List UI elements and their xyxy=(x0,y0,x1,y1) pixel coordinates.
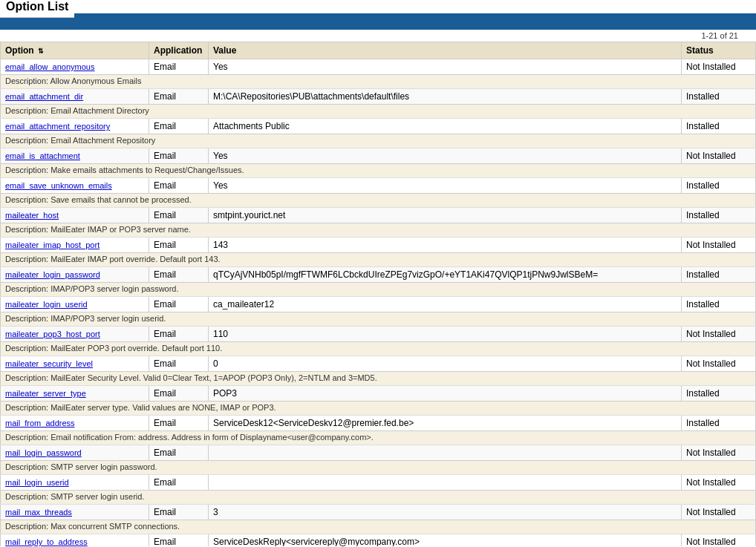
option-cell: maileater_host xyxy=(1,208,149,223)
option-link[interactable]: email_allow_anonymous xyxy=(5,62,94,71)
status-cell: Not Installed xyxy=(682,59,756,75)
table-row: mail_login_useridEmailNot Installed xyxy=(1,475,756,491)
status-cell: Installed xyxy=(682,89,756,105)
option-cell: email_allow_anonymous xyxy=(1,59,149,75)
description-cell: Description: MailEater Security Level. V… xyxy=(1,372,756,386)
page-title: Option List xyxy=(0,0,74,18)
table-row: maileater_hostEmailsmtpint.yourict.netIn… xyxy=(1,208,756,223)
option-link[interactable]: email_is_attachment xyxy=(5,151,80,160)
option-cell: email_save_unknown_emails xyxy=(1,178,149,194)
option-link[interactable]: mail_reply_to_address xyxy=(5,537,88,546)
application-cell: Email xyxy=(149,356,209,372)
application-cell: Email xyxy=(149,327,209,342)
status-cell: Installed xyxy=(682,178,756,194)
description-cell: Description: MailEater IMAP or POP3 serv… xyxy=(1,223,756,238)
option-link[interactable]: email_attachment_repository xyxy=(5,122,110,131)
option-cell: mail_from_address xyxy=(1,416,149,431)
table-row: maileater_imap_host_portEmail143Not Inst… xyxy=(1,238,756,253)
application-cell: Email xyxy=(149,416,209,431)
description-row: Description: Save emails that cannot be … xyxy=(1,194,756,208)
option-cell: maileater_login_userid xyxy=(1,297,149,312)
value-cell: POP3 xyxy=(209,386,682,402)
option-link[interactable]: email_attachment_dir xyxy=(5,92,83,101)
application-cell: Email xyxy=(149,178,209,194)
table-row: maileater_login_useridEmailca_maileater1… xyxy=(1,297,756,312)
option-link[interactable]: mail_login_userid xyxy=(5,478,69,487)
application-cell: Email xyxy=(149,89,209,105)
description-cell: Description: Email Attachment Repository xyxy=(1,134,756,148)
description-row: Description: Email Attachment Repository xyxy=(1,134,756,148)
value-cell: ServiceDeskReply<servicereply@mycompany.… xyxy=(209,534,682,547)
table-row: mail_max_threadsEmail3Not Installed xyxy=(1,505,756,520)
value-cell: 0 xyxy=(209,356,682,372)
option-link[interactable]: maileater_imap_host_port xyxy=(5,240,100,249)
status-cell: Not Installed xyxy=(682,475,756,491)
option-cell: mail_login_password xyxy=(1,445,149,461)
application-cell: Email xyxy=(149,119,209,134)
option-link[interactable]: maileater_host xyxy=(5,211,59,220)
option-link[interactable]: email_save_unknown_emails xyxy=(5,181,112,190)
value-cell: Yes xyxy=(209,178,682,194)
option-cell: email_attachment_repository xyxy=(1,119,149,134)
value-cell: M:\CA\Repositories\PUB\attachments\defau… xyxy=(209,89,682,105)
description-row: Description: Make emails attachments to … xyxy=(1,164,756,178)
option-cell: mail_login_userid xyxy=(1,475,149,491)
status-cell: Installed xyxy=(682,119,756,134)
application-cell: Email xyxy=(149,59,209,75)
description-row: Description: Max concurrent SMTP connect… xyxy=(1,520,756,534)
table-container: Option ⇅ Application Value Status email_… xyxy=(0,42,756,546)
application-cell: Email xyxy=(149,238,209,253)
table-row: mail_reply_to_addressEmailServiceDeskRep… xyxy=(1,534,756,547)
table-row: mail_from_addressEmailServiceDesk12<Serv… xyxy=(1,416,756,431)
column-value: Value xyxy=(209,42,682,59)
description-cell: Description: MailEater server type. Vali… xyxy=(1,402,756,416)
option-link[interactable]: maileater_security_level xyxy=(5,359,93,368)
option-link[interactable]: mail_login_password xyxy=(5,448,82,457)
value-cell: Attachments Public xyxy=(209,119,682,134)
table-body: email_allow_anonymousEmailYesNot Install… xyxy=(1,59,756,547)
options-table: Option ⇅ Application Value Status email_… xyxy=(0,42,756,546)
description-row: Description: Email notification From: ad… xyxy=(1,431,756,445)
application-cell: Email xyxy=(149,148,209,164)
description-row: Description: IMAP/POP3 server login pass… xyxy=(1,283,756,297)
value-cell xyxy=(209,475,682,491)
description-cell: Description: SMTP server login userid. xyxy=(1,491,756,505)
column-option[interactable]: Option ⇅ xyxy=(1,42,149,59)
status-cell: Not Installed xyxy=(682,238,756,253)
description-cell: Description: Save emails that cannot be … xyxy=(1,194,756,208)
description-cell: Description: IMAP/POP3 server login pass… xyxy=(1,283,756,297)
description-cell: Description: IMAP/POP3 server login user… xyxy=(1,312,756,327)
option-cell: maileater_login_password xyxy=(1,267,149,283)
pagination: 1-21 of 21 xyxy=(0,30,756,42)
option-cell: maileater_imap_host_port xyxy=(1,238,149,253)
description-row: Description: MailEater IMAP port overrid… xyxy=(1,253,756,267)
table-row: email_is_attachmentEmailYesNot Installed xyxy=(1,148,756,164)
option-link[interactable]: mail_from_address xyxy=(5,419,75,428)
application-cell: Email xyxy=(149,267,209,283)
table-row: maileater_login_passwordEmailqTCyAjVNHb0… xyxy=(1,267,756,283)
option-link[interactable]: maileater_login_userid xyxy=(5,300,88,309)
application-cell: Email xyxy=(149,208,209,223)
option-link[interactable]: maileater_pop3_host_port xyxy=(5,330,100,338)
value-cell: smtpint.yourict.net xyxy=(209,208,682,223)
description-row: Description: Email Attachment Directory xyxy=(1,105,756,119)
option-link[interactable]: maileater_server_type xyxy=(5,389,86,398)
table-row: maileater_server_typeEmailPOP3Installed xyxy=(1,386,756,402)
description-cell: Description: Max concurrent SMTP connect… xyxy=(1,520,756,534)
description-row: Description: MailEater IMAP or POP3 serv… xyxy=(1,223,756,238)
description-cell: Description: SMTP server login password. xyxy=(1,461,756,475)
status-cell: Installed xyxy=(682,208,756,223)
application-cell: Email xyxy=(149,475,209,491)
option-link[interactable]: maileater_login_password xyxy=(5,270,100,279)
status-cell: Installed xyxy=(682,416,756,431)
description-cell: Description: MailEater IMAP port overrid… xyxy=(1,253,756,267)
status-cell: Not Installed xyxy=(682,148,756,164)
option-link[interactable]: mail_max_threads xyxy=(5,508,72,517)
status-cell: Not Installed xyxy=(682,505,756,520)
status-cell: Installed xyxy=(682,297,756,312)
blue-bar xyxy=(0,13,756,30)
option-cell: mail_max_threads xyxy=(1,505,149,520)
status-cell: Not Installed xyxy=(682,534,756,547)
title-bar: Option List xyxy=(0,0,756,13)
status-cell: Not Installed xyxy=(682,356,756,372)
